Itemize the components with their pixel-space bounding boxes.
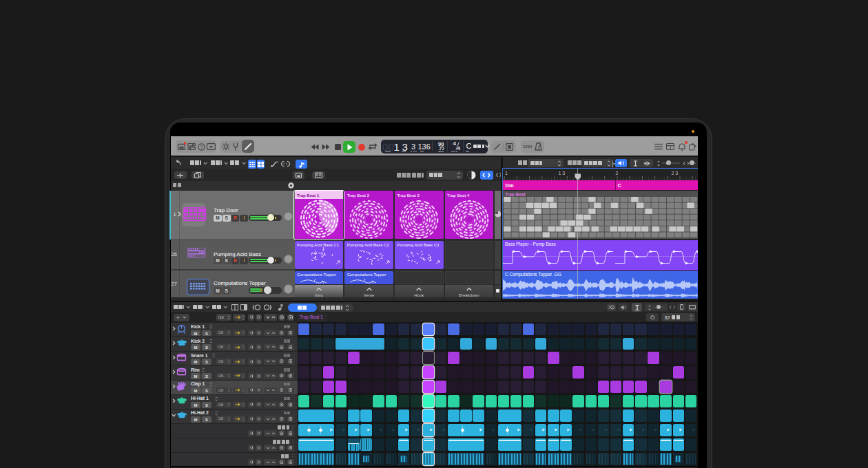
- svg-text:?: ?: [200, 145, 203, 149]
